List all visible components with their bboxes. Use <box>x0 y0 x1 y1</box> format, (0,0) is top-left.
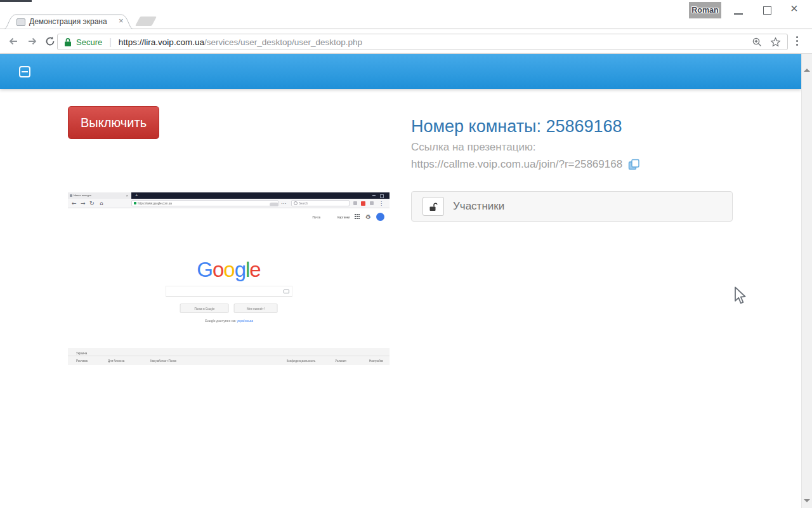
preview-firefox-active-tab: Новая вкладка × <box>68 192 131 199</box>
preview-search-input <box>166 286 292 297</box>
preview-google-top-links: Почта Картинки ⚙ <box>304 213 384 221</box>
screen: Демонстрация экрана × Roman × Secure | h… <box>0 0 812 508</box>
preview-footer-right-links: Конфиденциальность Условия Настройки <box>258 358 383 364</box>
copy-link-icon[interactable] <box>627 158 640 171</box>
preview-google-logo: Google <box>197 258 260 282</box>
preview-google-page: Почта Картинки ⚙ Google Поиск в Google М… <box>68 208 390 348</box>
preview-google-buttons: Поиск в Google Мне повезёт! <box>180 304 278 313</box>
preview-tab-title: Новая вкладка <box>74 194 91 197</box>
presentation-link-label: Ссылка на презентацию: <box>411 141 535 154</box>
omnibox-separator: | <box>109 37 112 47</box>
turn-off-button[interactable]: Выключить <box>68 106 159 139</box>
preview-menu-icon: ⋮ <box>379 200 384 207</box>
preview-apps-grid-icon <box>355 214 360 220</box>
preview-back-icon: ← <box>72 200 77 207</box>
preview-reload-icon: ↻ <box>89 200 95 207</box>
preview-keyboard-icon <box>284 290 289 293</box>
preview-container-pill <box>270 203 278 206</box>
tab-title: Демонстрация экрана <box>29 17 107 26</box>
bookmark-star-icon[interactable] <box>770 37 781 48</box>
join-link-text: https://callme.voip.com.ua/join/?r=25869… <box>411 158 622 171</box>
preview-overflow-icon: ⋯ <box>281 200 286 207</box>
preview-newtab-icon: + <box>135 192 138 199</box>
preview-footer-left-links: Реклама Для бизнеса Как работает Поиск <box>76 358 202 364</box>
preview-extension-icon <box>361 201 365 206</box>
preview-search-button: Поиск в Google <box>180 304 229 313</box>
page-scrollbar[interactable] <box>801 54 812 508</box>
screen-edge-fragment <box>0 0 32 2</box>
preview-url-text: https://www.google.com.ua <box>138 202 172 205</box>
logo-letter: G <box>197 258 213 281</box>
preview-footer-country: Украина <box>76 352 87 355</box>
room-number-title: Номер комнаты: 25869168 <box>411 117 622 137</box>
zoom-in-icon[interactable] <box>752 37 763 48</box>
preview-google-footer: Украина Реклама Для бизнеса Как работает… <box>68 348 390 365</box>
lock-toggle-button[interactable] <box>422 197 444 216</box>
screen-share-preview: Новая вкладка × + ← → ↻ ⌂ https://www.go… <box>68 192 390 365</box>
url-host: https://lira.voip.com.ua <box>119 37 204 47</box>
preview-tab-close-icon: × <box>126 194 128 197</box>
preview-firefox-tabbar: Новая вкладка × + <box>68 192 390 199</box>
preview-lock-icon <box>134 202 136 204</box>
preview-firefox-navbar: ← → ↻ ⌂ https://www.google.com.ua ⋯ Sear… <box>68 199 390 208</box>
window-maximize-button[interactable] <box>763 6 771 15</box>
secure-label: Secure <box>76 37 102 47</box>
sharing-user-label: Roman <box>689 2 721 18</box>
participants-panel[interactable]: Участники <box>411 191 733 222</box>
window-minimize-button[interactable] <box>734 13 743 15</box>
preview-language-line: Google доступен на: українська <box>204 319 252 323</box>
preview-toolbar-icon <box>353 201 357 205</box>
logo-letter: e <box>249 258 260 281</box>
browser-menu-icon[interactable] <box>796 36 798 46</box>
preview-toolbar-icon <box>370 201 374 205</box>
preview-gear-icon: ⚙ <box>365 213 371 220</box>
preview-language-link: українська <box>237 319 253 323</box>
url-text: https://lira.voip.com.ua/services/user_d… <box>119 37 752 47</box>
app-header-bar <box>0 54 801 89</box>
logo-letter: g <box>235 258 246 281</box>
join-link-row: https://callme.voip.com.ua/join/?r=25869… <box>411 158 640 171</box>
preview-images-link: Картинки <box>337 215 350 218</box>
tab-close-icon[interactable]: × <box>119 17 124 25</box>
tab-favicon-screen-icon <box>16 18 25 26</box>
logo-letter: o <box>213 258 223 281</box>
preview-forward-icon: → <box>81 200 86 207</box>
back-icon[interactable] <box>8 36 19 47</box>
address-bar[interactable]: Secure | https://lira.voip.com.ua/servic… <box>57 34 788 50</box>
preview-search-placeholder: Search <box>299 202 308 205</box>
forward-icon[interactable] <box>27 36 38 47</box>
scrollbar-down-arrow[interactable] <box>804 499 810 502</box>
preview-win-maximize <box>380 194 384 198</box>
secure-lock-icon <box>64 37 72 47</box>
preview-search-box: Search <box>291 200 350 206</box>
preview-gmail-link: Почта <box>312 215 320 218</box>
preview-footer-divider <box>68 356 390 356</box>
preview-tab-favicon <box>70 194 72 197</box>
logo-letter: o <box>223 258 234 281</box>
preview-search-icon <box>294 201 298 205</box>
preview-url-box: https://www.google.com.ua <box>131 200 278 206</box>
scrollbar-up-arrow[interactable] <box>804 69 810 72</box>
reload-icon[interactable] <box>44 36 56 47</box>
window-close-button[interactable]: × <box>790 1 798 16</box>
collapse-panel-icon[interactable] <box>19 66 30 77</box>
mouse-cursor <box>734 286 747 305</box>
participants-label: Участники <box>453 200 504 213</box>
url-path: /services/user_desktop/user_desktop.php <box>204 37 362 47</box>
preview-home-icon: ⌂ <box>100 200 103 207</box>
preview-lucky-button: Мне повезёт! <box>234 304 278 313</box>
preview-win-minimize <box>372 195 376 196</box>
open-lock-icon <box>429 202 438 211</box>
preview-avatar <box>376 213 384 221</box>
